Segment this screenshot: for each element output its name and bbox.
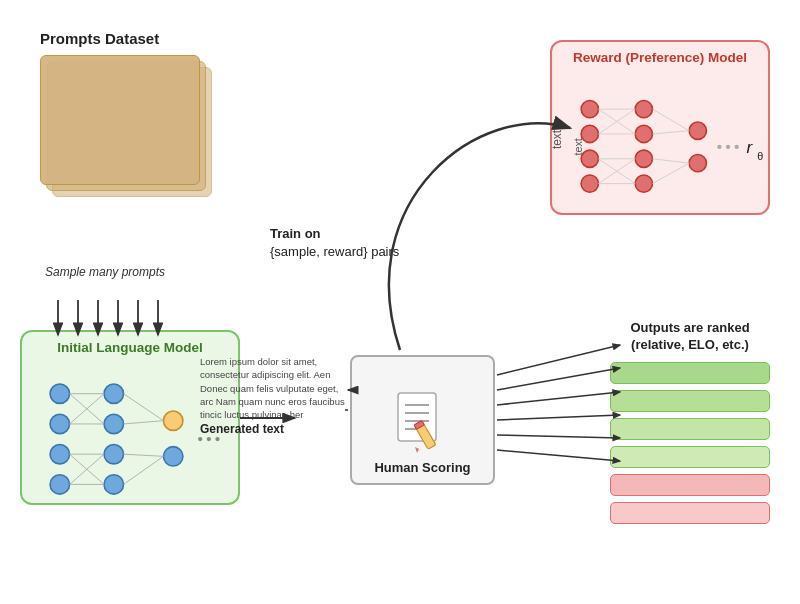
svg-point-2 (50, 444, 69, 463)
svg-point-4 (104, 384, 123, 403)
svg-point-1 (50, 414, 69, 433)
svg-point-26 (581, 100, 598, 117)
document-pencil-icon (393, 391, 453, 456)
train-bold: Train on (270, 226, 321, 241)
ranked-bar-5 (610, 474, 770, 496)
svg-line-45 (652, 131, 689, 134)
svg-text:r: r (746, 137, 753, 157)
prompts-stack: Prompts Dataset (40, 30, 215, 200)
svg-text:θ: θ (757, 150, 763, 162)
svg-point-35 (689, 154, 706, 171)
svg-text:text: text (572, 138, 584, 155)
stack-card-1 (40, 55, 200, 185)
svg-line-74 (497, 368, 620, 390)
ranked-bar-2 (610, 390, 770, 412)
svg-point-6 (104, 444, 123, 463)
svg-line-76 (497, 415, 620, 420)
ranked-label: Outputs are ranked (relative, ELO, etc.) (610, 320, 770, 354)
ranked-bar-6 (610, 502, 770, 524)
svg-point-8 (163, 411, 182, 430)
reward-nn-svg: text (552, 70, 768, 213)
svg-point-29 (581, 175, 598, 192)
svg-point-9 (163, 447, 182, 466)
svg-line-19 (124, 421, 164, 424)
svg-line-78 (497, 450, 620, 461)
reward-box: Reward (Preference) Model text (550, 40, 770, 215)
svg-line-77 (497, 435, 620, 438)
prompts-label: Prompts Dataset (40, 30, 215, 47)
train-line2: {sample, reward} pairs (270, 244, 399, 259)
svg-text:text: text (552, 129, 564, 149)
diagram-container: Prompts Dataset Sample many prompts Init… (0, 0, 800, 604)
svg-point-0 (50, 384, 69, 403)
svg-marker-60 (415, 447, 419, 453)
svg-point-31 (635, 125, 652, 142)
svg-point-30 (635, 100, 652, 117)
svg-line-18 (124, 394, 164, 421)
svg-point-49 (726, 145, 730, 149)
svg-rect-54 (398, 393, 436, 441)
ranked-bar-1 (610, 362, 770, 384)
svg-point-7 (104, 475, 123, 494)
scoring-label: Human Scoring (374, 460, 470, 475)
svg-point-48 (717, 145, 721, 149)
svg-point-50 (735, 145, 739, 149)
reward-label: Reward (Preference) Model (573, 50, 747, 65)
svg-point-34 (689, 122, 706, 139)
generated-text-label: Generated text (200, 422, 284, 436)
svg-line-75 (497, 392, 620, 405)
generated-text-content: Lorem ipsum dolor sit amet, consectetur … (200, 356, 345, 420)
svg-line-73 (497, 345, 620, 375)
svg-point-32 (635, 150, 652, 167)
svg-point-5 (104, 414, 123, 433)
svg-line-20 (124, 454, 164, 456)
svg-point-33 (635, 175, 652, 192)
svg-line-44 (652, 109, 689, 131)
svg-line-46 (652, 159, 689, 163)
generated-text-panel: Lorem ipsum dolor sit amet, consectetur … (200, 355, 350, 438)
ranked-bar-3 (610, 418, 770, 440)
svg-point-3 (50, 475, 69, 494)
ilm-label: Initial Language Model (57, 340, 203, 355)
svg-line-47 (652, 163, 689, 184)
ranked-bar-4 (610, 446, 770, 468)
human-scoring-box: Human Scoring (350, 355, 495, 485)
svg-line-21 (124, 456, 164, 484)
ranked-container: Outputs are ranked (relative, ELO, etc.) (610, 320, 770, 530)
train-text: Train on {sample, reward} pairs (270, 225, 399, 261)
sample-label: Sample many prompts (45, 265, 165, 279)
